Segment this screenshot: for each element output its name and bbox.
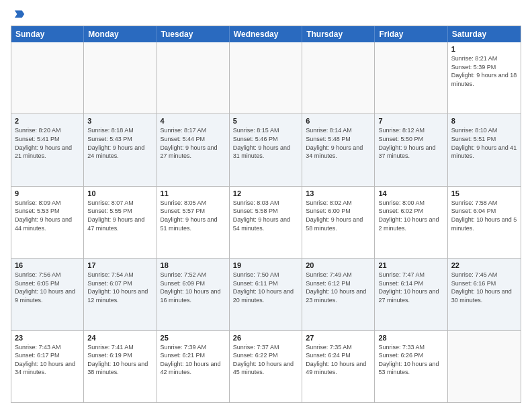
day-detail: Sunrise: 8:07 AM Sunset: 5:55 PM Dayligh… — [87, 199, 152, 232]
day-cell-21: 21Sunrise: 7:47 AM Sunset: 6:14 PM Dayli… — [375, 259, 447, 330]
day-detail: Sunrise: 7:45 AM Sunset: 6:16 PM Dayligh… — [451, 271, 517, 304]
day-detail: Sunrise: 8:02 AM Sunset: 6:00 PM Dayligh… — [306, 199, 371, 232]
day-cell-25: 25Sunrise: 7:39 AM Sunset: 6:21 PM Dayli… — [157, 331, 230, 402]
day-number: 15 — [451, 189, 517, 197]
day-number: 21 — [378, 261, 443, 269]
day-detail: Sunrise: 7:54 AM Sunset: 6:07 PM Dayligh… — [87, 271, 152, 304]
day-detail: Sunrise: 8:00 AM Sunset: 6:02 PM Dayligh… — [378, 199, 443, 232]
day-number: 13 — [306, 189, 371, 197]
day-number: 7 — [378, 117, 443, 125]
calendar-row-2: 9Sunrise: 8:09 AM Sunset: 5:53 PM Daylig… — [11, 186, 521, 258]
empty-cell-0-3 — [230, 42, 302, 113]
day-detail: Sunrise: 8:15 AM Sunset: 5:46 PM Dayligh… — [233, 126, 298, 160]
calendar-row-3: 16Sunrise: 7:56 AM Sunset: 6:05 PM Dayli… — [11, 258, 521, 330]
day-detail: Sunrise: 7:50 AM Sunset: 6:11 PM Dayligh… — [233, 271, 298, 304]
day-number: 19 — [233, 261, 298, 269]
day-cell-18: 18Sunrise: 7:52 AM Sunset: 6:09 PM Dayli… — [157, 259, 230, 330]
day-cell-12: 12Sunrise: 8:03 AM Sunset: 5:58 PM Dayli… — [230, 187, 302, 258]
day-number: 5 — [233, 117, 298, 125]
day-cell-19: 19Sunrise: 7:50 AM Sunset: 6:11 PM Dayli… — [230, 259, 302, 330]
day-cell-20: 20Sunrise: 7:49 AM Sunset: 6:12 PM Dayli… — [302, 259, 375, 330]
day-detail: Sunrise: 8:14 AM Sunset: 5:48 PM Dayligh… — [306, 126, 371, 160]
day-detail: Sunrise: 8:17 AM Sunset: 5:44 PM Dayligh… — [161, 126, 226, 160]
day-cell-28: 28Sunrise: 7:33 AM Sunset: 6:26 PM Dayli… — [375, 331, 447, 402]
day-cell-15: 15Sunrise: 7:58 AM Sunset: 6:04 PM Dayli… — [448, 187, 521, 258]
day-detail: Sunrise: 7:35 AM Sunset: 6:24 PM Dayligh… — [306, 343, 371, 377]
day-number: 27 — [306, 334, 371, 342]
col-header-saturday: Saturday — [448, 26, 521, 42]
page: SundayMondayTuesdayWednesdayThursdayFrid… — [0, 0, 532, 411]
day-detail: Sunrise: 8:12 AM Sunset: 5:50 PM Dayligh… — [378, 126, 443, 160]
day-detail: Sunrise: 7:49 AM Sunset: 6:12 PM Dayligh… — [306, 271, 371, 304]
day-cell-23: 23Sunrise: 7:43 AM Sunset: 6:17 PM Dayli… — [11, 331, 84, 402]
col-header-sunday: Sunday — [11, 26, 84, 42]
col-header-tuesday: Tuesday — [157, 26, 230, 42]
day-number: 12 — [233, 189, 298, 197]
day-detail: Sunrise: 8:10 AM Sunset: 5:51 PM Dayligh… — [451, 126, 517, 160]
day-number: 10 — [87, 189, 152, 197]
empty-cell-0-2 — [157, 42, 230, 113]
day-number: 6 — [306, 117, 371, 125]
day-number: 8 — [451, 117, 517, 125]
day-detail: Sunrise: 8:18 AM Sunset: 5:43 PM Dayligh… — [87, 126, 152, 160]
day-detail: Sunrise: 7:33 AM Sunset: 6:26 PM Dayligh… — [378, 343, 443, 377]
day-cell-22: 22Sunrise: 7:45 AM Sunset: 6:16 PM Dayli… — [448, 259, 521, 330]
day-cell-6: 6Sunrise: 8:14 AM Sunset: 5:48 PM Daylig… — [302, 114, 375, 185]
day-number: 25 — [161, 334, 226, 342]
calendar: SundayMondayTuesdayWednesdayThursdayFrid… — [11, 26, 521, 403]
day-cell-9: 9Sunrise: 8:09 AM Sunset: 5:53 PM Daylig… — [11, 187, 84, 258]
day-cell-14: 14Sunrise: 8:00 AM Sunset: 6:02 PM Dayli… — [375, 187, 447, 258]
day-number: 9 — [15, 189, 80, 197]
header — [11, 8, 521, 20]
day-number: 22 — [451, 261, 517, 269]
day-number: 17 — [87, 261, 152, 269]
calendar-row-0: 1Sunrise: 8:21 AM Sunset: 5:39 PM Daylig… — [11, 42, 521, 113]
day-detail: Sunrise: 7:37 AM Sunset: 6:22 PM Dayligh… — [233, 343, 298, 377]
day-number: 23 — [15, 334, 80, 342]
calendar-body: 1Sunrise: 8:21 AM Sunset: 5:39 PM Daylig… — [11, 42, 521, 402]
day-cell-27: 27Sunrise: 7:35 AM Sunset: 6:24 PM Dayli… — [302, 331, 375, 402]
day-cell-8: 8Sunrise: 8:10 AM Sunset: 5:51 PM Daylig… — [448, 114, 521, 185]
day-cell-2: 2Sunrise: 8:20 AM Sunset: 5:41 PM Daylig… — [11, 114, 84, 185]
day-number: 20 — [306, 261, 371, 269]
day-cell-3: 3Sunrise: 8:18 AM Sunset: 5:43 PM Daylig… — [84, 114, 157, 185]
day-detail: Sunrise: 7:39 AM Sunset: 6:21 PM Dayligh… — [161, 343, 226, 377]
calendar-row-4: 23Sunrise: 7:43 AM Sunset: 6:17 PM Dayli… — [11, 330, 521, 402]
day-cell-1: 1Sunrise: 8:21 AM Sunset: 5:39 PM Daylig… — [448, 42, 521, 113]
day-cell-7: 7Sunrise: 8:12 AM Sunset: 5:50 PM Daylig… — [375, 114, 447, 185]
day-detail: Sunrise: 7:56 AM Sunset: 6:05 PM Dayligh… — [15, 271, 80, 304]
day-cell-11: 11Sunrise: 8:05 AM Sunset: 5:57 PM Dayli… — [157, 187, 230, 258]
day-number: 2 — [15, 117, 80, 125]
empty-cell-0-5 — [375, 42, 447, 113]
day-number: 16 — [15, 261, 80, 269]
day-number: 4 — [161, 117, 226, 125]
day-number: 11 — [161, 189, 226, 197]
col-header-wednesday: Wednesday — [230, 26, 302, 42]
day-cell-10: 10Sunrise: 8:07 AM Sunset: 5:55 PM Dayli… — [84, 187, 157, 258]
col-header-thursday: Thursday — [302, 26, 375, 42]
day-number: 1 — [451, 45, 517, 53]
day-detail: Sunrise: 8:09 AM Sunset: 5:53 PM Dayligh… — [15, 199, 80, 232]
day-number: 14 — [378, 189, 443, 197]
logo — [11, 8, 26, 20]
day-cell-17: 17Sunrise: 7:54 AM Sunset: 6:07 PM Dayli… — [84, 259, 157, 330]
day-cell-16: 16Sunrise: 7:56 AM Sunset: 6:05 PM Dayli… — [11, 259, 84, 330]
day-detail: Sunrise: 8:05 AM Sunset: 5:57 PM Dayligh… — [161, 199, 226, 232]
day-number: 28 — [378, 334, 443, 342]
col-header-friday: Friday — [375, 26, 447, 42]
empty-cell-0-1 — [84, 42, 157, 113]
empty-cell-4-6 — [448, 331, 521, 402]
day-cell-26: 26Sunrise: 7:37 AM Sunset: 6:22 PM Dayli… — [230, 331, 302, 402]
day-detail: Sunrise: 7:58 AM Sunset: 6:04 PM Dayligh… — [451, 199, 517, 232]
day-number: 18 — [161, 261, 226, 269]
day-detail: Sunrise: 8:03 AM Sunset: 5:58 PM Dayligh… — [233, 199, 298, 232]
empty-cell-0-4 — [302, 42, 375, 113]
day-detail: Sunrise: 7:41 AM Sunset: 6:19 PM Dayligh… — [87, 343, 152, 377]
day-number: 24 — [87, 334, 152, 342]
day-cell-5: 5Sunrise: 8:15 AM Sunset: 5:46 PM Daylig… — [230, 114, 302, 185]
day-detail: Sunrise: 7:47 AM Sunset: 6:14 PM Dayligh… — [378, 271, 443, 304]
day-cell-4: 4Sunrise: 8:17 AM Sunset: 5:44 PM Daylig… — [157, 114, 230, 185]
day-detail: Sunrise: 7:52 AM Sunset: 6:09 PM Dayligh… — [161, 271, 226, 304]
day-detail: Sunrise: 8:20 AM Sunset: 5:41 PM Dayligh… — [15, 126, 80, 160]
day-cell-13: 13Sunrise: 8:02 AM Sunset: 6:00 PM Dayli… — [302, 187, 375, 258]
